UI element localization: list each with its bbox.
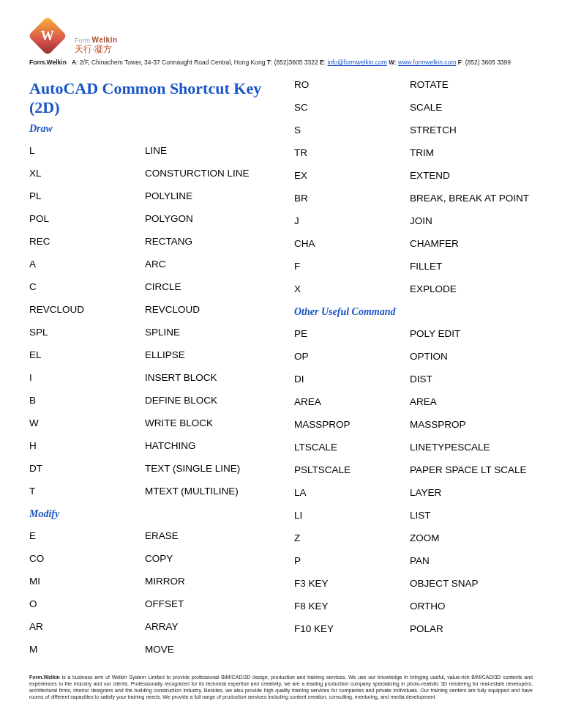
other-value: LAYER (410, 487, 533, 498)
draw-key: REVCLOUD (29, 304, 139, 315)
addr-email-link[interactable]: info@formwelkin.com (327, 59, 386, 66)
modify-key: CO (29, 553, 139, 564)
draw-value: LINE (145, 145, 268, 156)
brand-welkin: Welkin (92, 36, 118, 44)
draw-value: WRITE BLOCK (145, 417, 268, 428)
draw-key: I (29, 372, 139, 383)
other-key: PSLTSCALE (294, 464, 404, 475)
other-value: AREA (410, 396, 533, 407)
modify-value: COPY (145, 553, 268, 564)
page: W Form.Welkin 天行·凝方 Form.Welkin A: 2/F, … (0, 0, 562, 728)
draw-key: SPL (29, 327, 139, 338)
other-row: LILIST (294, 504, 533, 527)
modify-value: ARRAY (145, 621, 268, 632)
modify-value: MOVE (145, 644, 268, 655)
other-key: F3 KEY (294, 578, 404, 589)
draw-key: REC (29, 236, 139, 247)
modify-value: BREAK, BREAK AT POINT (410, 193, 533, 204)
draw-value: INSERT BLOCK (145, 372, 268, 383)
modify-key: CHA (294, 238, 404, 249)
other-key: P (294, 555, 404, 566)
modify-key: MI (29, 576, 139, 587)
other-key: Z (294, 532, 404, 543)
other-value: ZOOM (410, 532, 533, 543)
addr-web-link[interactable]: www.formwelkin.com (398, 59, 456, 66)
draw-value: HATCHING (145, 440, 268, 451)
other-key: DI (294, 374, 404, 385)
modify-value: MIRROR (145, 576, 268, 587)
draw-row: PLPOLYLINE (29, 185, 268, 207)
other-value: OPTION (410, 351, 533, 362)
modify-row: MMOVE (29, 638, 268, 661)
modify-value: CHAMFER (410, 238, 533, 249)
modify-key: TR (294, 147, 404, 158)
other-value: LIST (410, 510, 533, 521)
other-key: LTSCALE (294, 442, 404, 453)
addr-a: : 2/F, Chinachem Tower, 34-37 Connaught … (76, 59, 267, 66)
draw-row: IINSERT BLOCK (29, 366, 268, 389)
draw-row: DTTEXT (SINGLE LINE) (29, 457, 268, 480)
draw-key: B (29, 395, 139, 406)
modify-key: E (29, 530, 139, 541)
modify-row: SSTRETCH (294, 119, 533, 141)
other-value: DIST (410, 374, 533, 385)
modify-value: EXPLODE (410, 283, 533, 294)
brand-logo-icon: W (28, 16, 67, 56)
draw-key: DT (29, 463, 139, 474)
modify-key: O (29, 598, 139, 609)
other-row: AREAAREA (294, 390, 533, 413)
draw-value: CIRCLE (145, 281, 268, 292)
section-modify: Modify (29, 508, 268, 520)
draw-list: LLINEXLCONSTURCTION LINEPLPOLYLINEPOLPOL… (29, 139, 268, 502)
addr-t: : (852)3605 3322 (271, 59, 320, 66)
draw-row: REVCLOUDREVCLOUD (29, 298, 268, 321)
draw-key: T (29, 486, 139, 497)
other-row: PSLTSCALEPAPER SPACE LT SCALE (294, 458, 533, 481)
draw-value: TEXT (SINGLE LINE) (145, 463, 268, 474)
draw-row: HHATCHING (29, 434, 268, 457)
draw-row: XLCONSTURCTION LINE (29, 162, 268, 185)
modify-row: JJOIN (294, 209, 533, 232)
modify-row: CHACHAMFER (294, 232, 533, 255)
draw-value: ELLIPSE (145, 349, 268, 360)
draw-key: W (29, 417, 139, 428)
modify-row: XEXPLODE (294, 278, 533, 300)
draw-row: SPLSPLINE (29, 321, 268, 343)
modify-row: ARARRAY (29, 615, 268, 638)
other-value: PAPER SPACE LT SCALE (410, 464, 533, 475)
brand-cn: 天行·凝方 (75, 45, 118, 54)
other-value: ORTHO (410, 601, 533, 612)
other-row: F3 KEYOBJECT SNAP (294, 572, 533, 595)
other-row: PEPOLY EDIT (294, 322, 533, 345)
modify-key: J (294, 215, 404, 226)
modify-row: COCOPY (29, 547, 268, 570)
logo-block: W Form.Welkin 天行·凝方 (29, 18, 533, 54)
draw-row: POLPOLYGON (29, 207, 268, 230)
draw-value: REVCLOUD (145, 304, 268, 315)
modify-row: EXEXTEND (294, 164, 533, 187)
draw-value: POLYGON (145, 213, 268, 224)
address-line: Form.Welkin A: 2/F, Chinachem Tower, 34-… (29, 59, 533, 66)
modify-value: EXTEND (410, 170, 533, 181)
content-columns: AutoCAD Common Shortcut Key (2D) Draw LL… (29, 73, 533, 661)
other-key: OP (294, 351, 404, 362)
modify-row: BRBREAK, BREAK AT POINT (294, 187, 533, 209)
section-other: Other Useful Command (294, 306, 533, 318)
other-key: F10 KEY (294, 623, 404, 634)
other-row: DIDIST (294, 368, 533, 390)
modify-key: S (294, 125, 404, 135)
other-key: LI (294, 510, 404, 521)
other-key: F8 KEY (294, 601, 404, 612)
draw-key: L (29, 145, 139, 156)
draw-value: MTEXT (MULTILINE) (145, 486, 268, 497)
other-row: OPOPTION (294, 345, 533, 368)
modify-row: EERASE (29, 524, 268, 547)
footer-text: Form.Welkin is a business arm of Welkin … (29, 674, 533, 700)
addr-f: : (852) 3605 3399 (462, 59, 511, 66)
draw-key: A (29, 259, 139, 270)
other-row: LTSCALELINETYPESCALE (294, 436, 533, 458)
other-key: LA (294, 487, 404, 498)
addr-company: Form.Welkin (29, 59, 67, 66)
draw-row: BDEFINE BLOCK (29, 389, 268, 412)
draw-key: C (29, 281, 139, 292)
